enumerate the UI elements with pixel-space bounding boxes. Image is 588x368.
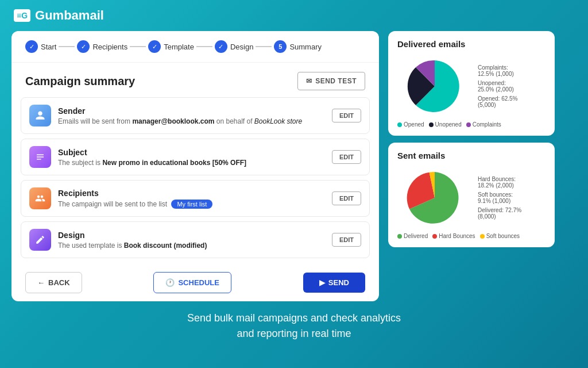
sent-chart-area: Hard Bounces:18.2% (2,000) Soft bounces:…	[397, 166, 546, 229]
campaign-header: Campaign summary ✉ SEND TEST	[11, 63, 379, 97]
send-button[interactable]: ▶ SEND	[303, 273, 365, 293]
subject-content: Subject The subject is New promo in educ…	[58, 148, 325, 167]
step-label-recipients: Recipients	[92, 43, 127, 51]
cards-container: Sender Emails will be sent from manager@…	[11, 97, 379, 258]
sender-edit-button[interactable]: EDIT	[332, 109, 361, 122]
legend-unopened-label: Unopened	[435, 121, 462, 128]
sent-emails-card: Sent emails Hard Bounces:18.2% (2,000)	[388, 143, 555, 247]
footer-buttons: ← BACK 🕐 SCHEDULE ▶ SEND	[11, 264, 379, 301]
legend-unopened-dot	[429, 122, 434, 127]
step-connector-4	[256, 46, 272, 47]
subject-desc: The subject is New promo in educational …	[58, 159, 325, 167]
design-icon	[29, 229, 51, 251]
design-desc: The used template is Book discount (modi…	[58, 241, 325, 250]
recipients-desc: The campaign will be sent to the list My…	[58, 200, 325, 209]
step-label-summary: Summary	[289, 43, 322, 51]
schedule-label: SCHEDULE	[178, 278, 219, 287]
delivered-pie-chart	[397, 55, 472, 118]
recipients-tag: My first list	[171, 200, 212, 209]
delivered-emails-card: Delivered emails Complaints:12	[388, 31, 555, 136]
legend-unopened: Unopened	[429, 121, 462, 128]
send-test-button[interactable]: ✉ SEND TEST	[297, 72, 365, 90]
back-label: BACK	[48, 278, 70, 287]
step-label-start: Start	[41, 43, 56, 51]
delivered-labels: Complaints:12.5% (1,000) Unopened:25.0% …	[478, 64, 546, 108]
send-test-icon: ✉	[306, 77, 312, 85]
sender-content: Sender Emails will be sent from manager@…	[58, 106, 325, 125]
step-number-summary: 5	[274, 40, 287, 53]
delivered-opened-label: Opened: 62.5%(5,000)	[478, 95, 546, 108]
design-title: Design	[58, 231, 325, 240]
legend-soft-bounces-label: Soft bounces	[486, 233, 520, 239]
legend-delivered-label: Delivered	[404, 233, 428, 239]
back-button[interactable]: ← BACK	[25, 272, 82, 293]
recipients-icon	[29, 187, 51, 209]
step-check-recipients: ✓	[77, 40, 90, 53]
delivered-unopened-label: Unopened:25.0% (2,000)	[478, 80, 546, 93]
recipients-content: Recipients The campaign will be sent to …	[58, 189, 325, 209]
logo-icon: ≡G	[14, 9, 30, 22]
send-label: SEND	[328, 278, 349, 287]
sent-soft-bounces-label: Soft bounces:9.1% (1,000)	[478, 191, 546, 204]
delivered-complaints-label: Complaints:12.5% (1,000)	[478, 64, 546, 77]
step-check-start: ✓	[25, 40, 38, 53]
main-content: ✓ Start ✓ Recipients ✓ Template ✓ Design…	[0, 31, 588, 301]
step-start: ✓ Start	[25, 40, 56, 53]
legend-delivered: Delivered	[397, 233, 428, 239]
legend-opened-label: Opened	[404, 121, 424, 128]
subject-edit-button[interactable]: EDIT	[332, 150, 361, 164]
tagline: Send bulk mail campaigns and check analy…	[0, 301, 588, 342]
tagline-line1: Send bulk mail campaigns and check analy…	[0, 310, 588, 326]
schedule-button[interactable]: 🕐 SCHEDULE	[153, 272, 231, 293]
sender-card: Sender Emails will be sent from manager@…	[21, 97, 370, 134]
legend-hard-bounces-label: Hard Bounces	[439, 233, 475, 239]
schedule-clock-icon: 🕐	[165, 278, 175, 287]
step-label-design: Design	[230, 43, 253, 51]
legend-soft-bounces-dot	[480, 234, 485, 239]
legend-complaints: Complaints	[466, 121, 501, 128]
step-template: ✓ Template	[148, 40, 194, 53]
design-edit-button[interactable]: EDIT	[332, 233, 361, 247]
sent-pie-chart	[397, 166, 472, 229]
back-arrow-icon: ←	[37, 278, 45, 287]
sent-emails-title: Sent emails	[397, 151, 546, 160]
recipients-title: Recipients	[58, 189, 325, 198]
legend-complaints-dot	[466, 122, 471, 127]
left-panel: ✓ Start ✓ Recipients ✓ Template ✓ Design…	[11, 31, 379, 301]
step-connector-3	[196, 46, 212, 47]
legend-complaints-label: Complaints	[473, 121, 501, 128]
sender-desc: Emails will be sent from manager@bookloo…	[58, 117, 325, 125]
step-check-template: ✓	[148, 40, 161, 53]
sent-legend: Delivered Hard Bounces Soft bounces	[397, 233, 546, 239]
sent-hard-bounces-label: Hard Bounces:18.2% (2,000)	[478, 176, 546, 189]
step-check-design: ✓	[215, 40, 227, 53]
legend-delivered-dot	[397, 234, 402, 239]
step-design: ✓ Design	[215, 40, 253, 53]
design-content: Design The used template is Book discoun…	[58, 231, 325, 250]
right-panels: Delivered emails Complaints:12	[388, 31, 555, 301]
legend-hard-bounces-dot	[432, 234, 437, 239]
steps-bar: ✓ Start ✓ Recipients ✓ Template ✓ Design…	[11, 31, 379, 63]
sent-delivered-label: Delivered: 72.7%(8,000)	[478, 207, 546, 220]
legend-opened: Opened	[397, 121, 424, 128]
sender-title: Sender	[58, 106, 325, 116]
send-test-label: SEND TEST	[315, 77, 357, 85]
step-summary: 5 Summary	[274, 40, 322, 53]
campaign-title: Campaign summary	[25, 75, 135, 88]
sent-labels: Hard Bounces:18.2% (2,000) Soft bounces:…	[478, 176, 546, 220]
legend-hard-bounces: Hard Bounces	[432, 233, 475, 239]
logo-text: Gumbamail	[35, 8, 104, 23]
delivered-chart-area: Complaints:12.5% (1,000) Unopened:25.0% …	[397, 55, 546, 118]
legend-soft-bounces: Soft bounces	[480, 233, 520, 239]
subject-title: Subject	[58, 148, 325, 157]
step-connector-1	[59, 46, 75, 47]
legend-opened-dot	[397, 122, 402, 127]
delivered-emails-title: Delivered emails	[397, 39, 546, 49]
delivered-legend: Opened Unopened Complaints	[397, 121, 546, 128]
recipients-card: Recipients The campaign will be sent to …	[21, 180, 370, 217]
design-card: Design The used template is Book discoun…	[21, 221, 370, 258]
step-connector-2	[130, 46, 146, 47]
step-label-template: Template	[164, 43, 194, 51]
recipients-edit-button[interactable]: EDIT	[332, 191, 361, 205]
sender-icon	[29, 105, 51, 126]
